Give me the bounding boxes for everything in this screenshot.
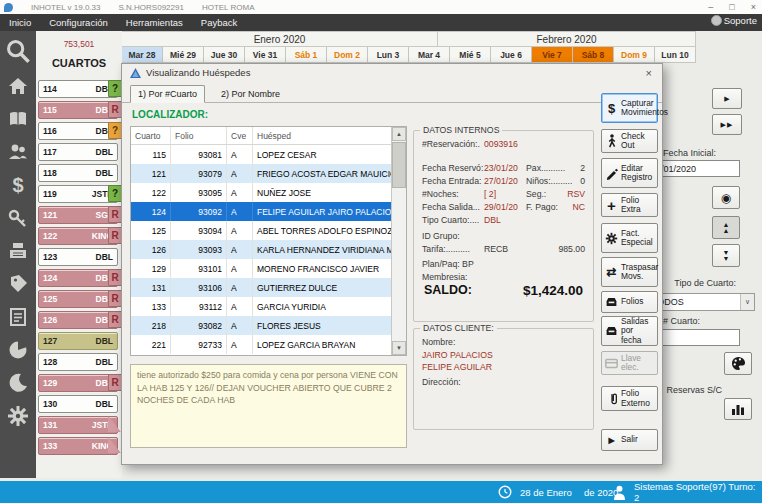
scrollbar-down-icon[interactable]: ▼ (392, 341, 406, 355)
menu-configuracion[interactable]: Configuración (49, 17, 108, 28)
stats-button[interactable] (724, 398, 752, 420)
dialog-logo-icon (130, 68, 141, 78)
room-115[interactable]: 115DBL (38, 101, 118, 119)
capturar-movimientos-button[interactable]: $ Capturar Movimientos (601, 93, 658, 123)
step-forward-button[interactable]: ▶ (712, 88, 742, 109)
room-128[interactable]: 128DBL (38, 353, 118, 371)
folio-externo-button[interactable]: Folio Externo (601, 386, 658, 411)
table-row[interactable]: 12593094AABEL TORRES ADOLFO ESPINOZA (131, 221, 391, 240)
reports-icon[interactable] (7, 306, 29, 328)
room-131[interactable]: 131JSTE (38, 416, 118, 434)
room-133[interactable]: 133KING (38, 437, 118, 455)
night-audit-moon-icon[interactable] (7, 372, 29, 394)
room-130[interactable]: 130DBL (38, 395, 118, 413)
room-124[interactable]: 124DBL (38, 269, 118, 287)
menu-payback[interactable]: Payback (201, 17, 237, 28)
table-row[interactable]: 13193106AGUTIERREZ DULCE (131, 278, 391, 297)
salidas-por-fecha-button[interactable]: Salidas por fecha (601, 316, 658, 346)
reservations-book-icon[interactable] (7, 108, 29, 130)
menu-inicio[interactable]: Inicio (9, 17, 31, 28)
day-jue-30[interactable]: Jue 30 (204, 47, 245, 63)
tab-por-nombre[interactable]: 2) Por Nombre (214, 85, 287, 103)
maximize-button[interactable]: □ (729, 2, 734, 12)
editar-registro-button[interactable]: Editar Registro (601, 158, 658, 188)
table-row[interactable]: 21893082AFLORES JESUS (131, 316, 391, 335)
room-status-reserved-icon: R (108, 206, 122, 223)
datos-internos-group: DATOS INTERNOS #Reservación:.0093916 Fec… (413, 130, 594, 322)
day-mie-5[interactable]: Mié 5 (450, 47, 491, 63)
palette-button[interactable] (724, 352, 752, 375)
day-sab-8[interactable]: Sáb 8 (573, 47, 614, 63)
month-febrero: Febrero 2020 (438, 31, 696, 47)
scroll-bottom-button[interactable]: ▼▼ (712, 244, 740, 267)
search-icon[interactable] (5, 37, 32, 64)
scrollbar-thumb[interactable] (392, 142, 406, 188)
fast-forward-button[interactable]: ▶▶ (712, 114, 742, 135)
home-icon[interactable] (7, 75, 29, 97)
day-lun-3[interactable]: Lun 3 (368, 47, 409, 63)
client-name-value: JAIRO PALACIOS FELIPE AGUILAR (422, 350, 585, 374)
day-lun-10[interactable]: Lun 10 (655, 47, 696, 63)
support-button[interactable]: Soporte (711, 15, 757, 26)
target-button[interactable]: ◉ (712, 186, 740, 209)
dialog-close-button[interactable]: × (646, 68, 652, 78)
day-mie-29[interactable]: Mié 29 (163, 47, 204, 63)
factura-especial-button[interactable]: Fact. Especial (601, 223, 658, 253)
close-window-button[interactable]: × (751, 2, 756, 12)
table-row-selected[interactable]: 12493092AFELIPE AGUILAR JAIRO PALACIOS (131, 202, 391, 221)
minimize-button[interactable]: – (708, 2, 713, 12)
room-status-reserved-icon: R (108, 269, 122, 286)
room-118[interactable]: 118DBL (38, 164, 118, 182)
room-116[interactable]: 116DBL (38, 122, 118, 140)
tipo-cuarto-select[interactable]: TODOS ∨ (648, 293, 755, 311)
room-117[interactable]: 117DBL (38, 143, 118, 161)
room-121[interactable]: 121SGL (38, 206, 118, 224)
table-row[interactable]: 22192733ALOPEZ GARCIA BRAYAN (131, 335, 391, 354)
day-mar-4[interactable]: Mar 4 (409, 47, 450, 63)
table-row[interactable]: 12693093AKARLA HERNANDEZ VIRIDIANA MOSSO (131, 240, 391, 259)
room-status-reserved-icon: R (108, 374, 122, 391)
table-row[interactable]: 12993101AMORENO FRANCISCO JAVIER (131, 259, 391, 278)
day-dom-9[interactable]: Dom 9 (614, 47, 655, 63)
calendar-day-headers: Mar 28 Mié 29 Jue 30 Vie 31 Sáb 1 Dom 2 … (122, 47, 696, 63)
guest-note-field[interactable]: tiene autorizado $250 para comida y cena… (130, 364, 407, 448)
table-scrollbar[interactable]: ▲ ▼ (391, 127, 406, 355)
day-jue-6[interactable]: Jue 6 (491, 47, 532, 63)
tab-por-cuarto[interactable]: 1) Por #Cuarto (130, 85, 205, 103)
room-122[interactable]: 122KING (38, 227, 118, 245)
rates-tag-icon[interactable] (7, 273, 29, 295)
room-114[interactable]: 114DBL (38, 80, 118, 98)
room-125[interactable]: 125DBL (38, 290, 118, 308)
room-127[interactable]: 127DBL (38, 332, 118, 350)
scroll-top-button[interactable]: ▲▲ (712, 216, 740, 239)
key-icon[interactable] (7, 207, 29, 229)
menu-herramientas[interactable]: Herramientas (126, 17, 183, 28)
room-126[interactable]: 126DBL (38, 311, 118, 329)
folio-extra-button[interactable]: + Folio Extra (601, 193, 658, 217)
guests-icon[interactable] (7, 141, 29, 163)
room-119[interactable]: 119JSTE (38, 185, 118, 203)
scrollbar-up-icon[interactable]: ▲ (392, 127, 406, 141)
salir-button[interactable]: ▶ Salir (601, 429, 658, 451)
cash-register-icon[interactable] (7, 240, 29, 262)
room-status-question-icon: ? (108, 185, 122, 202)
room-123[interactable]: 123DBL (38, 248, 118, 266)
day-mar-28[interactable]: Mar 28 (122, 47, 163, 63)
settings-gear-icon[interactable] (7, 405, 29, 427)
day-dom-2[interactable]: Dom 2 (327, 47, 368, 63)
room-129[interactable]: 129DBL (38, 374, 118, 392)
table-row[interactable]: 13393112AGARCIA YURIDIA (131, 297, 391, 316)
statistics-pie-icon[interactable] (7, 339, 29, 361)
traspasar-movs-button[interactable]: ⇄ Traspasar Movs. (601, 257, 658, 287)
folios-tray-icon (605, 296, 618, 308)
table-row[interactable]: 12193079AFRIEGO ACOSTA EDGAR MAUICIO (131, 164, 391, 183)
day-sab-1[interactable]: Sáb 1 (286, 47, 327, 63)
num-cuarto-input[interactable] (655, 329, 740, 346)
table-row[interactable]: 11593081ALOPEZ CESAR (131, 145, 391, 164)
table-row[interactable]: 12293095ANUÑEZ JOSE (131, 183, 391, 202)
day-vie-31[interactable]: Vie 31 (245, 47, 286, 63)
day-vie-7[interactable]: Vie 7 (532, 47, 573, 63)
folios-button[interactable]: Folios (601, 291, 658, 313)
cashier-dollar-icon[interactable]: $ (7, 174, 29, 196)
check-out-button[interactable]: Check Out (601, 129, 658, 153)
